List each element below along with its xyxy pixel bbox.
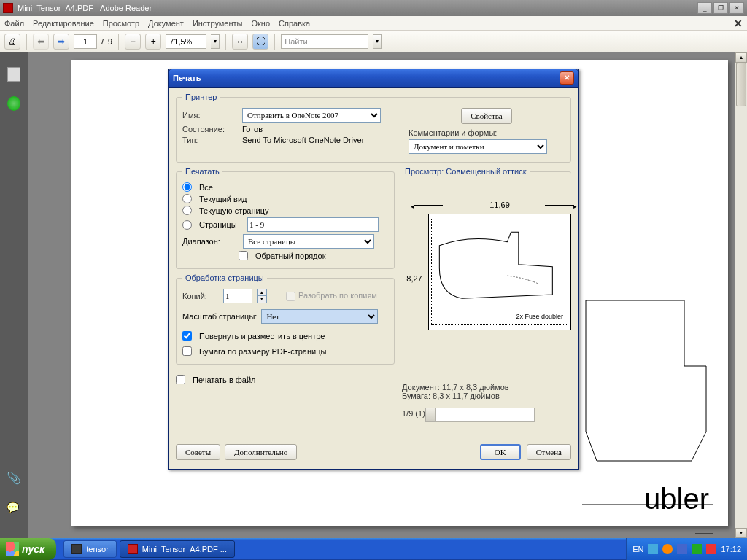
properties-button[interactable]: Свойства (461, 108, 511, 124)
close-button[interactable]: ✕ (729, 2, 744, 14)
taskbar-app-tensor[interactable]: tensor (63, 540, 117, 558)
menu-window[interactable]: Окно (251, 19, 270, 28)
copies-label: Копий: (182, 292, 219, 300)
tips-button[interactable]: Советы (176, 444, 220, 460)
nav-panel (0, 52, 28, 538)
reverse-checkbox[interactable] (239, 251, 248, 260)
zoom-value[interactable]: 71,5% (166, 34, 206, 49)
system-tray[interactable]: EN 17:12 (626, 538, 747, 560)
range-all-radio[interactable] (182, 182, 192, 192)
menu-help[interactable]: Справка (279, 19, 310, 28)
restore-button[interactable]: ❐ (713, 2, 728, 14)
page-text-fragment: ubler (644, 483, 709, 516)
printer-status-label: Состояние: (182, 125, 238, 133)
info-paper-size: Бумага: 8,3 x 11,7 дюймов (402, 392, 571, 400)
minimize-button[interactable]: _ (697, 2, 712, 14)
tray-icon-4[interactable] (692, 544, 702, 554)
printer-name-label: Имя: (182, 111, 238, 120)
menubar: Файл Редактирование Просмотр Документ Ин… (0, 16, 747, 31)
tray-lang[interactable]: EN (632, 545, 643, 553)
copies-input[interactable] (223, 289, 252, 303)
preview-annotation: 2x Fuse doubler (516, 313, 563, 320)
scroll-thumb[interactable] (736, 63, 746, 106)
fit-width-icon[interactable]: ↔ (232, 34, 248, 50)
taskbar: пуск tensor Mini_Tensor_A4.PDF ... EN 17… (0, 538, 747, 560)
print-to-file-checkbox[interactable] (176, 375, 185, 384)
dialog-titlebar[interactable]: Печать ✕ (168, 69, 579, 88)
toolbar: 🖨 ⬅ ➡ 1 / 9 − + 71,5% ▾ ↔ ⛶ Найти ▾ (0, 31, 747, 52)
zoom-in-icon[interactable]: + (145, 34, 161, 50)
attachments-icon[interactable] (7, 472, 20, 487)
advanced-button[interactable]: Дополнительно (225, 444, 297, 460)
cancel-button[interactable]: Отмена (527, 444, 571, 460)
tray-icon-3[interactable] (677, 544, 687, 554)
printer-status-value: Готов (242, 125, 263, 133)
scroll-down-icon[interactable]: ▾ (735, 528, 747, 538)
thumbnails-icon[interactable] (7, 67, 20, 82)
tray-icon-2[interactable] (662, 544, 673, 554)
preview-height: 8,27 (406, 274, 422, 283)
start-button[interactable]: пуск (0, 538, 56, 560)
vertical-scrollbar[interactable]: ▴ ▾ (735, 52, 747, 538)
fit-page-icon[interactable]: ⛶ (252, 34, 268, 50)
print-icon[interactable]: 🖨 (4, 34, 20, 50)
menu-document[interactable]: Документ (148, 19, 184, 28)
zoom-out-icon[interactable]: − (125, 34, 141, 50)
page-total: 9 (108, 37, 112, 46)
copies-down-icon[interactable]: ▾ (257, 296, 267, 303)
tray-clock: 17:12 (721, 545, 741, 553)
page-range-input[interactable] (247, 217, 379, 232)
comments-icon[interactable] (7, 502, 20, 516)
preview-group: Просмотр: Совмещенный оттиск ◂11,69▸ 8,2… (402, 167, 571, 422)
range-legend: Печатать (182, 167, 222, 176)
preview-page: 2x Fuse doubler (428, 214, 571, 330)
subset-label: Диапазон: (182, 237, 239, 246)
dialog-title: Печать (173, 74, 201, 82)
printer-group: Принтер Имя: Отправить в OneNote 2007 Со… (176, 93, 571, 163)
handling-legend: Обработка страницы (182, 273, 267, 282)
print-dialog: Печать ✕ Принтер Имя: Отправить в OneNot… (168, 69, 579, 470)
next-page-icon[interactable]: ➡ (53, 34, 69, 50)
range-currentpage-radio[interactable] (182, 206, 192, 215)
menu-view[interactable]: Просмотр (103, 19, 139, 28)
printer-name-select[interactable]: Отправить в OneNote 2007 (242, 108, 381, 122)
preview-legend: Просмотр: Совмещенный оттиск (402, 167, 530, 176)
window-title: Mini_Tensor_A4.PDF - Adobe Reader (18, 4, 152, 12)
menu-file[interactable]: Файл (4, 19, 24, 28)
doc-close-icon[interactable]: ✕ (734, 18, 743, 29)
autorotate-checkbox[interactable] (182, 331, 192, 341)
subset-select[interactable]: Все страницы (243, 234, 374, 249)
help-icon[interactable] (7, 96, 20, 111)
page-number-input[interactable]: 1 (74, 34, 97, 49)
comments-label: Комментарии и формы: (409, 128, 497, 137)
comments-select[interactable]: Документ и пометки (409, 139, 547, 154)
tray-icon-5[interactable] (706, 544, 716, 554)
menu-tools[interactable]: Инструменты (193, 19, 243, 28)
prev-page-icon[interactable]: ⬅ (33, 34, 49, 50)
tray-icon-1[interactable] (648, 544, 658, 554)
page-range-group: Печатать Все Текущий вид Текущую страниц… (176, 167, 395, 269)
app-reader-icon (128, 544, 138, 554)
find-dropdown-icon[interactable]: ▾ (373, 34, 382, 49)
menu-edit[interactable]: Редактирование (33, 19, 94, 28)
app-tensor-icon (71, 544, 82, 554)
find-input[interactable]: Найти (281, 34, 368, 49)
scaling-select[interactable]: Нет (261, 309, 378, 324)
info-document-size: Документ: 11,7 x 8,3 дюймов (402, 383, 571, 392)
zoom-dropdown-icon[interactable]: ▾ (211, 34, 220, 49)
range-view-radio[interactable] (182, 194, 192, 203)
dialog-close-icon[interactable]: ✕ (560, 71, 574, 85)
copies-up-icon[interactable]: ▴ (257, 289, 267, 296)
ok-button[interactable]: OK (480, 444, 521, 460)
page-separator: / (101, 37, 104, 46)
range-pages-radio[interactable] (182, 220, 192, 230)
window-titlebar: Mini_Tensor_A4.PDF - Adobe Reader _ ❐ ✕ (0, 0, 747, 16)
collate-checkbox (286, 292, 295, 301)
page-handling-group: Обработка страницы Копий: ▴ ▾ Разобрать … (176, 273, 395, 365)
preview-width: 11,69 (489, 201, 510, 209)
printer-legend: Принтер (182, 93, 220, 101)
paper-by-pdf-checkbox[interactable] (182, 346, 192, 356)
scroll-up-icon[interactable]: ▴ (735, 52, 747, 63)
taskbar-app-reader[interactable]: Mini_Tensor_A4.PDF ... (120, 540, 235, 558)
preview-slider[interactable] (425, 408, 535, 422)
